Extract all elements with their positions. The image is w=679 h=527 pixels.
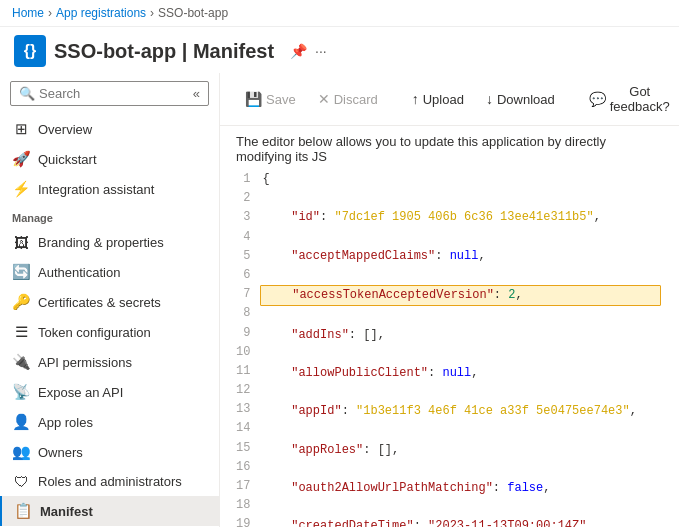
- page-title: SSO-bot-app | Manifest: [54, 40, 274, 63]
- sidebar-item-expose-api-label: Expose an API: [38, 385, 123, 400]
- sidebar-item-roles-admins-label: Roles and administrators: [38, 474, 182, 489]
- download-icon: ↓: [486, 91, 493, 107]
- header-actions: 📌 ···: [290, 43, 327, 59]
- sidebar-item-overview[interactable]: ⊞ Overview: [0, 114, 219, 144]
- search-box[interactable]: 🔍 «: [10, 81, 209, 106]
- manifest-icon: 📋: [14, 502, 32, 520]
- search-input[interactable]: [39, 86, 193, 101]
- sidebar-item-branding-label: Branding & properties: [38, 235, 164, 250]
- discard-button[interactable]: ✕ Discard: [309, 86, 387, 112]
- line-numbers: 12345 678910 1112131415 1617181920 21: [236, 170, 262, 519]
- breadcrumb-app-registrations[interactable]: App registrations: [56, 6, 146, 20]
- breadcrumb-home[interactable]: Home: [12, 6, 44, 20]
- sidebar-item-authentication[interactable]: 🔄 Authentication: [0, 257, 219, 287]
- breadcrumb-sep2: ›: [150, 6, 154, 20]
- sidebar-item-app-roles-label: App roles: [38, 415, 93, 430]
- content-area: 💾 Save ✕ Discard ↑ Upload ↓ Download 💬 G…: [220, 73, 679, 527]
- sidebar-item-api-permissions[interactable]: 🔌 API permissions: [0, 347, 219, 377]
- sidebar-item-owners[interactable]: 👥 Owners: [0, 437, 219, 467]
- api-permissions-icon: 🔌: [12, 353, 30, 371]
- toolbar: 💾 Save ✕ Discard ↑ Upload ↓ Download 💬 G…: [220, 73, 679, 126]
- app-icon: {}: [14, 35, 46, 67]
- integration-icon: ⚡: [12, 180, 30, 198]
- sidebar-item-manifest[interactable]: 📋 Manifest: [0, 496, 219, 526]
- branding-icon: 🖼: [12, 234, 30, 251]
- sidebar-item-api-permissions-label: API permissions: [38, 355, 132, 370]
- sidebar-item-certificates[interactable]: 🔑 Certificates & secrets: [0, 287, 219, 317]
- sidebar-item-token-label: Token configuration: [38, 325, 151, 340]
- certificates-icon: 🔑: [12, 293, 30, 311]
- description-text: The editor below allows you to update th…: [220, 126, 679, 170]
- quickstart-icon: 🚀: [12, 150, 30, 168]
- sidebar-item-roles-admins[interactable]: 🛡 Roles and administrators: [0, 467, 219, 496]
- sidebar-item-authentication-label: Authentication: [38, 265, 120, 280]
- upload-button[interactable]: ↑ Upload: [403, 86, 473, 112]
- save-button[interactable]: 💾 Save: [236, 86, 305, 112]
- owners-icon: 👥: [12, 443, 30, 461]
- feedback-button[interactable]: 💬 Got feedback?: [580, 79, 679, 119]
- upload-icon: ↑: [412, 91, 419, 107]
- expose-api-icon: 📡: [12, 383, 30, 401]
- sidebar-item-integration[interactable]: ⚡ Integration assistant: [0, 174, 219, 204]
- sidebar-item-expose-api[interactable]: 📡 Expose an API: [0, 377, 219, 407]
- breadcrumb-current: SSO-bot-app: [158, 6, 228, 20]
- sidebar-item-branding[interactable]: 🖼 Branding & properties: [0, 228, 219, 257]
- sidebar-item-app-roles[interactable]: 👤 App roles: [0, 407, 219, 437]
- breadcrumb: Home › App registrations › SSO-bot-app: [0, 0, 679, 27]
- main-layout: 🔍 « ⊞ Overview 🚀 Quickstart ⚡ Integratio…: [0, 73, 679, 527]
- save-icon: 💾: [245, 91, 262, 107]
- manage-section-label: Manage: [0, 204, 219, 228]
- page-header: {} SSO-bot-app | Manifest 📌 ···: [0, 27, 679, 73]
- breadcrumb-sep1: ›: [48, 6, 52, 20]
- code-editor[interactable]: 12345 678910 1112131415 1617181920 21 { …: [220, 170, 679, 527]
- token-icon: ☰: [12, 323, 30, 341]
- download-button[interactable]: ↓ Download: [477, 86, 564, 112]
- authentication-icon: 🔄: [12, 263, 30, 281]
- sidebar: 🔍 « ⊞ Overview 🚀 Quickstart ⚡ Integratio…: [0, 73, 220, 527]
- discard-icon: ✕: [318, 91, 330, 107]
- sidebar-item-quickstart-label: Quickstart: [38, 152, 97, 167]
- sidebar-item-certificates-label: Certificates & secrets: [38, 295, 161, 310]
- sidebar-item-integration-label: Integration assistant: [38, 182, 154, 197]
- sidebar-item-manifest-label: Manifest: [40, 504, 93, 519]
- sidebar-item-quickstart[interactable]: 🚀 Quickstart: [0, 144, 219, 174]
- collapse-sidebar-icon[interactable]: «: [193, 86, 200, 101]
- sidebar-item-owners-label: Owners: [38, 445, 83, 460]
- app-roles-icon: 👤: [12, 413, 30, 431]
- sidebar-item-token[interactable]: ☰ Token configuration: [0, 317, 219, 347]
- pin-icon[interactable]: 📌: [290, 43, 307, 59]
- code-content: { "id": "7dc1ef 1905 406b 6c36 13ee41e31…: [262, 170, 663, 519]
- overview-icon: ⊞: [12, 120, 30, 138]
- search-icon: 🔍: [19, 86, 35, 101]
- sidebar-item-overview-label: Overview: [38, 122, 92, 137]
- feedback-icon: 💬: [589, 91, 606, 107]
- more-options-icon[interactable]: ···: [315, 43, 327, 59]
- roles-admins-icon: 🛡: [12, 473, 30, 490]
